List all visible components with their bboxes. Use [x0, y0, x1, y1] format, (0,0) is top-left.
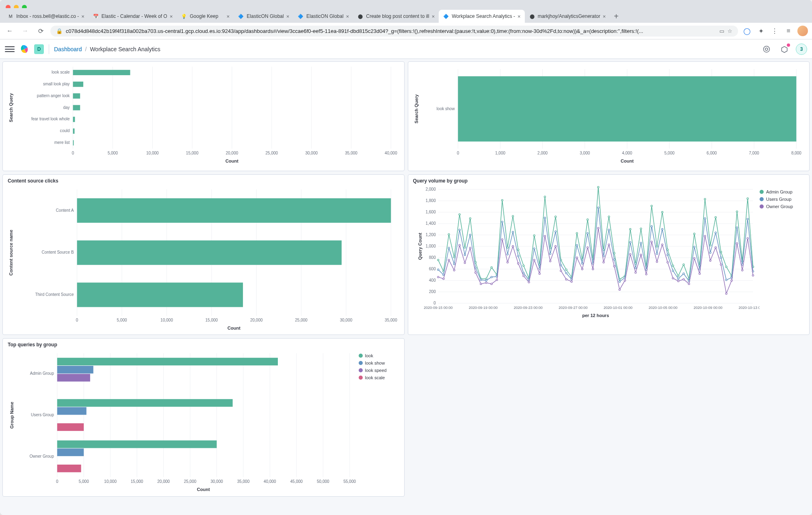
- svg-text:Content A: Content A: [56, 208, 74, 213]
- tab-close-icon[interactable]: ×: [227, 13, 230, 20]
- nav-back[interactable]: ←: [4, 25, 15, 37]
- svg-point-184: [501, 221, 503, 223]
- breadcrumb-root[interactable]: Dashboard: [54, 46, 82, 52]
- svg-point-156: [672, 265, 673, 267]
- svg-point-136: [565, 269, 567, 270]
- legend-item[interactable]: Admin Group: [760, 189, 804, 194]
- window-titlebar: [0, 0, 812, 8]
- svg-point-125: [507, 247, 508, 248]
- address-bar[interactable]: 🔒 c078d4d848dc42b19f4f318a002ba703.us-ce…: [50, 26, 738, 37]
- svg-point-163: [709, 244, 711, 246]
- svg-rect-20: [73, 70, 130, 75]
- legend-item[interactable]: look speed: [359, 368, 399, 373]
- svg-text:mere list: mere list: [54, 140, 70, 145]
- svg-point-230: [747, 218, 748, 220]
- svg-point-206: [619, 281, 620, 282]
- legend-item[interactable]: Users Group: [760, 197, 804, 202]
- browser-tab[interactable]: 🔷ElasticON Global×: [234, 10, 293, 23]
- svg-text:2020-09-19 00:00: 2020-09-19 00:00: [468, 306, 497, 310]
- svg-point-182: [491, 276, 492, 278]
- svg-point-246: [512, 246, 513, 247]
- profile-avatar[interactable]: [797, 26, 808, 36]
- nav-reload[interactable]: ⟳: [35, 25, 46, 37]
- user-menu[interactable]: 3: [796, 43, 807, 55]
- chart-legend: looklook showlook speedlook scale: [359, 349, 399, 495]
- svg-point-224: [715, 232, 716, 233]
- svg-point-282: [704, 235, 706, 237]
- svg-point-232: [437, 276, 439, 278]
- panel-search-query-right[interactable]: 01,0002,0003,0004,0005,0006,0007,0008,00…: [408, 61, 810, 171]
- extension-circle-icon[interactable]: ◯: [742, 26, 752, 36]
- svg-point-242: [491, 283, 492, 285]
- svg-text:55,000: 55,000: [343, 479, 356, 484]
- svg-text:20,000: 20,000: [226, 151, 238, 155]
- menu-icon[interactable]: ⋮: [770, 26, 780, 36]
- svg-text:40,000: 40,000: [264, 479, 276, 484]
- nav-forward[interactable]: →: [19, 25, 31, 37]
- extensions-icon[interactable]: ✦: [756, 26, 766, 36]
- new-tab-button[interactable]: +: [610, 10, 623, 23]
- svg-point-216: [672, 270, 673, 272]
- newsfeed-icon[interactable]: [778, 43, 791, 56]
- svg-point-210: [640, 242, 641, 244]
- panel-search-query-left[interactable]: 05,00010,00015,00020,00025,00030,00035,0…: [2, 61, 405, 171]
- legend-item[interactable]: look scale: [359, 375, 399, 380]
- svg-rect-76: [77, 240, 342, 265]
- panel-content-source-clicks[interactable]: Content source clicks 05,00010,00015,000…: [2, 174, 405, 335]
- svg-text:35,000: 35,000: [385, 318, 397, 322]
- svg-point-138: [576, 233, 578, 234]
- svg-text:30,000: 30,000: [340, 318, 353, 322]
- svg-rect-327: [57, 448, 84, 456]
- legend-label: Owner Group: [766, 204, 793, 209]
- svg-text:400: 400: [429, 278, 436, 282]
- tab-close-icon[interactable]: ×: [518, 13, 521, 20]
- browser-tab[interactable]: 📅Elastic - Calendar - Week of O×: [89, 10, 177, 23]
- svg-text:50,000: 50,000: [317, 479, 329, 484]
- help-icon[interactable]: [760, 43, 773, 56]
- svg-point-160: [693, 233, 695, 235]
- svg-text:Content Source B: Content Source B: [42, 250, 74, 254]
- bookmark-icon[interactable]: ☆: [728, 28, 732, 34]
- tab-close-icon[interactable]: ×: [286, 13, 290, 20]
- svg-point-212: [651, 226, 652, 227]
- browser-tab[interactable]: 💡Google Keep×: [177, 10, 234, 23]
- tab-close-icon[interactable]: ×: [170, 13, 173, 20]
- svg-point-204: [608, 229, 610, 230]
- tab-close-icon[interactable]: ×: [81, 13, 84, 20]
- browser-tab[interactable]: 🔷Workplace Search Analytics -×: [439, 10, 524, 23]
- panel-top-queries-by-group[interactable]: Top queries by group 05,00010,00015,0002…: [2, 338, 405, 497]
- tab-close-icon[interactable]: ×: [432, 13, 435, 20]
- svg-rect-32: [73, 140, 74, 146]
- svg-point-274: [661, 244, 663, 246]
- panel-query-volume-by-group[interactable]: Query volume by group 02004006008001,000…: [408, 174, 810, 335]
- space-selector[interactable]: D: [34, 44, 44, 54]
- svg-point-291: [752, 274, 754, 276]
- browser-tab[interactable]: ⬤markjhoy/AnalyticsGenerator×: [525, 10, 610, 23]
- svg-text:2020-10-13 00:00: 2020-10-13 00:00: [738, 306, 760, 310]
- svg-rect-54: [458, 76, 796, 142]
- legend-dot-icon: [359, 368, 363, 372]
- svg-point-268: [629, 254, 631, 255]
- svg-text:1,000: 1,000: [425, 244, 435, 248]
- svg-point-257: [571, 281, 572, 282]
- svg-point-271: [645, 274, 647, 275]
- svg-text:0: 0: [56, 479, 58, 484]
- svg-point-220: [693, 246, 695, 248]
- svg-point-243: [496, 279, 498, 281]
- browser-tab[interactable]: 🔷ElasticON Global×: [293, 10, 353, 23]
- legend-item[interactable]: look show: [359, 361, 399, 365]
- elastic-logo-icon[interactable]: [19, 44, 29, 54]
- reading-list-icon[interactable]: ≡: [784, 26, 793, 36]
- svg-rect-26: [73, 105, 80, 110]
- reader-icon[interactable]: ▭: [719, 28, 724, 34]
- browser-tab[interactable]: ⬤Create blog post content to ill×: [353, 10, 439, 23]
- svg-point-186: [512, 231, 513, 233]
- legend-item[interactable]: Owner Group: [760, 204, 804, 209]
- tab-close-icon[interactable]: ×: [603, 13, 606, 20]
- legend-item[interactable]: look: [359, 353, 399, 358]
- nav-toggle[interactable]: [5, 44, 15, 54]
- tab-close-icon[interactable]: ×: [346, 13, 349, 20]
- chart-content-source-clicks: 05,00010,00015,00020,00025,00030,00035,0…: [8, 185, 399, 334]
- browser-tab[interactable]: MInbox - ross.bell@elastic.co -×: [3, 10, 89, 23]
- svg-text:25,000: 25,000: [295, 318, 307, 322]
